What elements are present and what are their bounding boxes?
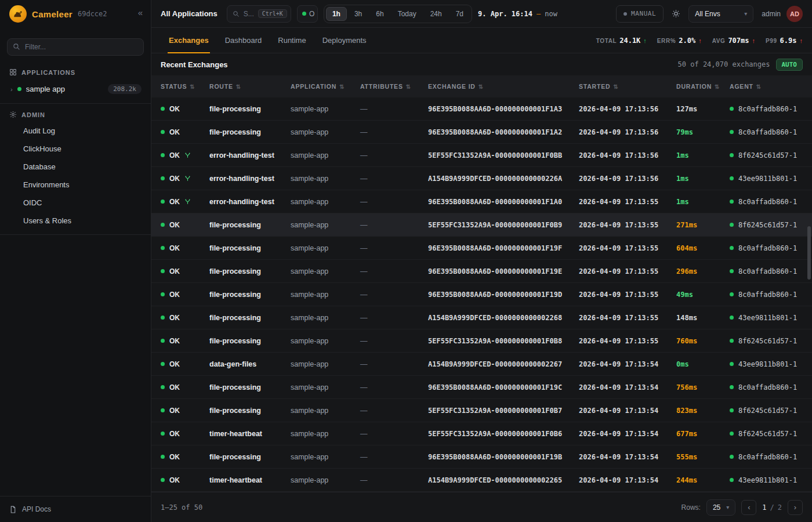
time-range-7d[interactable]: 7d	[449, 7, 470, 21]
date-range-end: now	[545, 10, 557, 18]
api-docs-link[interactable]: API Docs	[0, 496, 151, 522]
chevron-down-icon: ▾	[726, 504, 729, 510]
chevron-right-icon[interactable]: ›	[10, 86, 13, 93]
status-cell: OK	[161, 267, 209, 276]
prev-page-button[interactable]: ‹	[741, 500, 756, 515]
table-row[interactable]: OK file-processing sample-app — 96E395B0…	[151, 445, 812, 469]
agent-id: 43ee9811b801-1	[738, 360, 797, 368]
exchange-id-cell: 5EF55FC31352A9A-000000000001F0B7	[428, 407, 579, 415]
trend-arrow-icon: ↑	[698, 37, 702, 44]
table-row[interactable]: OK timer-heartbeat sample-app — A154B9A9…	[151, 469, 812, 492]
time-range-1h[interactable]: 1h	[326, 7, 347, 21]
logo[interactable]: Cameleer 69dcce2	[0, 0, 151, 28]
theme-toggle-button[interactable]	[669, 7, 683, 20]
route-cell: error-handling-test	[209, 198, 291, 206]
date-range[interactable]: 9. Apr. 16:14 — now	[478, 10, 557, 18]
attributes-cell: —	[360, 314, 428, 322]
exchange-id-cell: 96E395B0088AA6D-000000000001F19C	[428, 383, 579, 392]
column-header-agent[interactable]: AGENT⇅	[730, 83, 812, 90]
agent-cell: 8c0affadb860-1	[730, 198, 812, 206]
table-body: OK file-processing sample-app — 96E395B0…	[151, 97, 812, 492]
table-row[interactable]: OK file-processing sample-app — 5EF55FC3…	[151, 329, 812, 353]
sidebar-item-database[interactable]: Database	[0, 158, 151, 176]
attributes-cell: —	[360, 453, 428, 461]
sort-icon: ⇅	[406, 84, 411, 90]
column-header-status[interactable]: STATUS⇅	[161, 83, 209, 90]
agent-cell: 8c0affadb860-1	[730, 128, 812, 136]
sidebar-item-clickhouse[interactable]: ClickHouse	[0, 140, 151, 158]
exchange-id-cell: 96E395B0088AA6D-000000000001F19F	[428, 244, 579, 252]
table-row[interactable]: OK file-processing sample-app — 5EF55FC3…	[151, 213, 812, 237]
next-page-button[interactable]: ›	[788, 500, 803, 515]
table-row[interactable]: OK error-handling-test sample-app — 5EF5…	[151, 144, 812, 167]
time-range-24h[interactable]: 24h	[424, 7, 448, 21]
rows-per-page-select[interactable]: 25 ▾	[706, 499, 735, 516]
column-header-application[interactable]: APPLICATION⇅	[291, 83, 360, 90]
sidebar-item-sample-app[interactable]: › sample app 208.2k	[0, 79, 151, 99]
table-row[interactable]: OK error-handling-test sample-app — 96E3…	[151, 190, 812, 213]
time-range-today[interactable]: Today	[392, 7, 423, 21]
application-cell: sample-app	[291, 221, 360, 229]
route-cell: file-processing	[209, 221, 291, 229]
table-row[interactable]: OK file-processing sample-app — 96E395B0…	[151, 376, 812, 399]
manual-refresh-button[interactable]: MANUAL	[616, 5, 664, 23]
started-cell: 2026-04-09 17:13:55	[579, 291, 676, 299]
table-row[interactable]: OK timer-heartbeat sample-app — 5EF55FC3…	[151, 422, 812, 445]
tab-runtime[interactable]: Runtime	[270, 28, 314, 53]
table-row[interactable]: OK file-processing sample-app — 96E395B0…	[151, 283, 812, 306]
status-cell: OK	[161, 291, 209, 299]
table-row[interactable]: OK file-processing sample-app — 96E395B0…	[151, 260, 812, 283]
column-header-exchange-id[interactable]: EXCHANGE ID⇅	[428, 83, 579, 90]
attributes-cell: —	[360, 476, 428, 484]
gear-icon	[9, 111, 17, 118]
column-header-attributes[interactable]: ATTRIBUTES⇅	[360, 83, 428, 90]
scrollbar-thumb[interactable]	[807, 226, 811, 280]
exchange-id-cell: 5EF55FC31352A9A-000000000001F0B6	[428, 430, 579, 438]
time-range-6h[interactable]: 6h	[369, 7, 390, 21]
column-header-duration[interactable]: DURATION⇅	[676, 83, 730, 90]
live-toggle[interactable]: O	[297, 5, 318, 23]
table-row[interactable]: OK file-processing sample-app — A154B9A9…	[151, 306, 812, 329]
column-header-started[interactable]: STARTED⇅	[579, 83, 676, 90]
status-cell: OK	[161, 337, 209, 345]
status-label: OK	[169, 407, 180, 415]
stat-avg: AVG707ms↑	[712, 37, 755, 45]
column-header-route[interactable]: ROUTE⇅	[209, 83, 291, 90]
environments-select-value: All Envs	[695, 10, 720, 18]
tab-dashboard[interactable]: Dashboard	[217, 28, 270, 53]
tab-deployments[interactable]: Deployments	[314, 28, 375, 53]
page-separator: /	[770, 503, 774, 512]
sidebar-item-environments[interactable]: Environments	[0, 176, 151, 194]
application-cell: sample-app	[291, 383, 360, 392]
sidebar-item-audit-log[interactable]: Audit Log	[0, 122, 151, 140]
environments-select[interactable]: All Envs ▾	[688, 5, 753, 23]
global-search[interactable]: S... Ctrl+K	[227, 5, 291, 23]
main-content: All Applications S... Ctrl+K O 1h3h6hTod…	[151, 0, 812, 522]
tab-exchanges[interactable]: Exchanges	[161, 28, 217, 53]
status-cell: OK	[161, 244, 209, 252]
sort-icon: ⇅	[236, 84, 241, 90]
exchange-id-cell: 5EF55FC31352A9A-000000000001F0BB	[428, 151, 579, 160]
started-cell: 2026-04-09 17:13:56	[579, 105, 676, 113]
agent-status-dot	[730, 478, 734, 482]
application-cell: sample-app	[291, 128, 360, 136]
user-avatar[interactable]: AD	[786, 6, 803, 22]
agent-status-dot	[730, 200, 734, 204]
table-row[interactable]: OK error-handling-test sample-app — A154…	[151, 167, 812, 190]
table-row[interactable]: OK file-processing sample-app — 96E395B0…	[151, 237, 812, 260]
filter-input[interactable]	[7, 38, 144, 56]
sidebar-item-users-roles[interactable]: Users & Roles	[0, 212, 151, 230]
table-row[interactable]: OK data-gen-files sample-app — A154B9A99…	[151, 353, 812, 376]
app-name: Cameleer	[32, 9, 72, 19]
table-row[interactable]: OK file-processing sample-app — 96E395B0…	[151, 97, 812, 121]
agent-id: 8c0affadb860-1	[738, 105, 797, 113]
duration-cell: 127ms	[676, 105, 730, 113]
sidebar-collapse-button[interactable]: «	[136, 6, 145, 19]
exchange-id-cell: 96E395B0088AA6D-000000000001F1A2	[428, 128, 579, 136]
sidebar-item-oidc[interactable]: OIDC	[0, 194, 151, 212]
table-row[interactable]: OK file-processing sample-app — 96E395B0…	[151, 121, 812, 144]
auto-refresh-badge[interactable]: AUTO	[776, 59, 803, 71]
table-row[interactable]: OK file-processing sample-app — 5EF55FC3…	[151, 399, 812, 422]
time-range-3h[interactable]: 3h	[348, 7, 368, 21]
exchange-id-cell: A154B9A999DFCED-0000000000002268	[428, 314, 579, 322]
